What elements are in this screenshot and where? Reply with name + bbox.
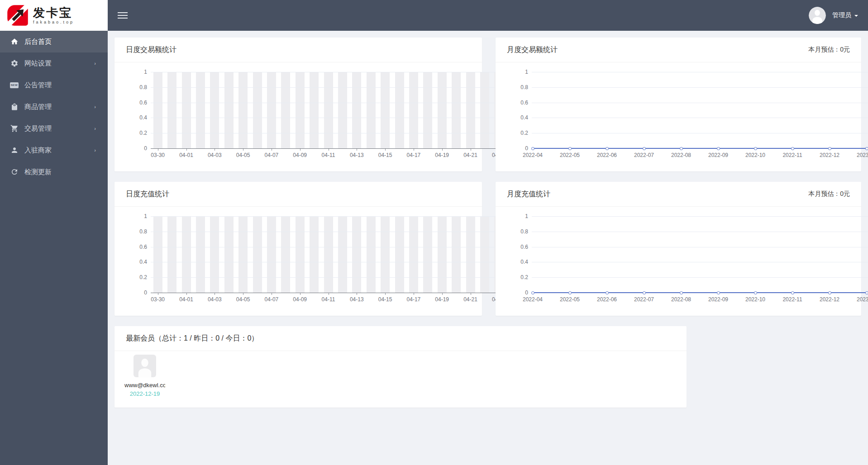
y-axis-label: 0.6 [114,99,147,106]
chart-band [409,216,418,293]
sidebar-item-announcements[interactable]: NEW 公告管理 [0,74,108,96]
chart-band [296,216,305,293]
sidebar-item-label: 检测更新 [24,168,52,176]
data-point-marker [717,147,720,150]
x-axis-label: 2022-07 [630,296,658,303]
x-axis-label: 04-11 [314,296,343,303]
sidebar-item-label: 公告管理 [24,81,52,90]
gridline [532,72,868,72]
x-axis-label: 03-30 [143,152,172,158]
x-axis-label: 04-09 [286,296,315,303]
x-axis-label: 2022-09 [704,296,733,303]
data-point-marker [754,291,757,294]
gridline [151,87,499,88]
y-axis-label: 0.8 [114,228,147,235]
chart-band [452,216,461,293]
gridline [151,262,499,262]
y-axis-label: 0 [114,145,147,152]
sidebar-item-label: 入驻商家 [24,146,52,155]
chevron-right-icon: › [94,61,96,66]
chart-band [352,72,361,148]
sidebar-item-transactions[interactable]: 交易管理 › [0,118,108,139]
sidebar-item-merchants[interactable]: 入驻商家 › [0,139,108,161]
x-axis-tick [300,149,300,151]
chart-band [182,216,191,293]
sidebar-item-check-update[interactable]: 检测更新 [0,161,108,183]
charts-row-2: 日度充值统计 00.20.40.60.8103-3004-0104-0304-0… [114,182,868,316]
gridline [151,133,499,133]
chart-band [182,72,191,148]
daily-recharge-chart: 00.20.40.60.8103-3004-0104-0304-0504-070… [114,207,499,316]
sidebar-item-dashboard[interactable]: 后台首页 [0,31,108,52]
x-axis-line [151,293,499,293]
x-axis-label: 2022-10 [741,152,770,158]
chart-band [480,72,489,148]
sidebar-item-site-settings[interactable]: 网站设置 › [0,52,108,74]
x-axis-tick [329,149,329,151]
gridline [151,247,499,247]
data-point-marker [643,147,646,150]
monthly-trade-chart: 00.20.40.60.812022-042022-052022-062022-… [496,62,868,171]
gridline [532,216,868,217]
chart-band [395,216,404,293]
x-axis-tick [243,149,243,151]
card-latest-members: 最新会员（总计：1 / 昨日：0 / 今日：0） www@dkewl.com 2… [114,326,687,408]
chart-band [338,216,347,293]
data-point-marker [680,147,683,150]
y-axis-label: 0.4 [114,258,147,266]
data-point-marker [717,291,720,294]
chevron-right-icon: › [94,104,96,109]
brand-domain: fakabao.top [33,20,74,24]
series-line [533,292,868,293]
y-axis-label: 1 [496,213,528,220]
x-axis-tick [385,149,386,151]
chevron-right-icon: › [94,126,96,131]
y-axis-label: 0.4 [114,114,147,121]
sidebar-item-label: 后台首页 [24,38,52,46]
card-monthly-trade: 月度交易额统计 本月预估：0元 00.20.40.60.812022-04202… [496,38,861,171]
gridline [532,87,868,88]
chart-band [423,72,432,148]
user-menu[interactable]: 管理员 [809,7,858,24]
chart-band [210,72,219,148]
x-axis-label: 04-19 [428,296,457,303]
x-axis-tick [442,293,443,295]
card-title: 月度充值统计 [507,190,550,199]
x-axis-label: 04-17 [399,152,428,158]
chart-band [253,72,262,148]
chart-band [224,72,234,148]
y-axis-label: 0 [496,289,528,296]
x-axis-tick [357,149,357,151]
x-axis-label: 04-01 [172,296,201,303]
chart-band [153,72,162,148]
y-axis-label: 0.8 [114,84,147,91]
chart-band [210,216,219,293]
data-point-marker [568,147,572,150]
x-axis-tick [186,149,187,151]
x-axis-label: 04-05 [229,152,258,158]
x-axis-label: 04-03 [200,152,229,158]
y-axis-label: 0.2 [496,129,528,137]
brand-logo[interactable]: 发卡宝 fakabao.top [0,0,108,31]
chart-band [167,216,176,293]
chart-band [367,72,376,148]
gridline [151,232,499,232]
x-axis-tick [300,293,300,295]
chart-band [438,72,447,148]
gridline [151,216,499,217]
chart-band [452,72,461,148]
x-axis-label: 2022-06 [592,152,621,158]
sidebar-menu: 后台首页 网站设置 › NEW 公告管理 商品管理 › 交易管理 [0,31,108,183]
card-header: 最新会员（总计：1 / 昨日：0 / 今日：0） [114,326,687,351]
gridline [532,118,868,118]
hamburger-icon[interactable] [118,10,128,20]
chart-band [238,216,248,293]
gridline [151,103,499,103]
series-line [533,148,868,149]
user-avatar-icon [809,7,826,24]
x-axis-label: 04-13 [342,296,371,303]
x-axis-label: 2023-01 [852,152,868,158]
x-axis-label: 2022-08 [667,152,696,158]
y-axis-label: 1 [496,68,528,76]
sidebar-item-products[interactable]: 商品管理 › [0,96,108,118]
